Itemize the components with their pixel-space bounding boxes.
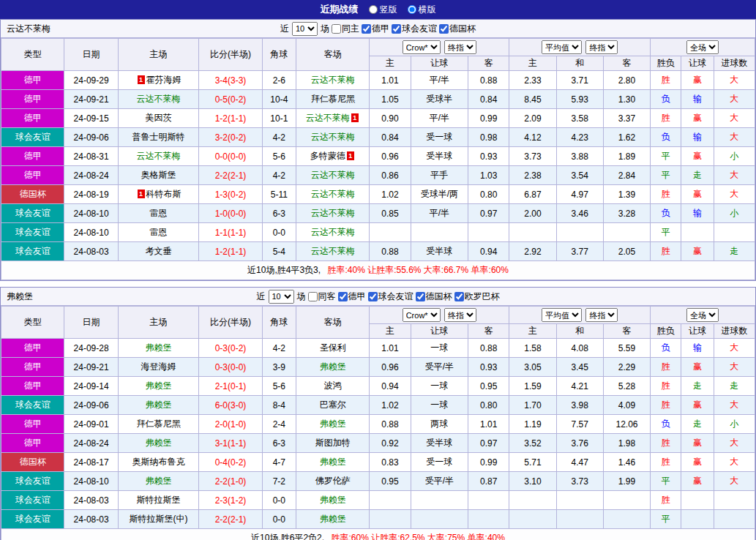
layout-option-horizontal[interactable]: 横版 <box>408 4 436 16</box>
filter-league-1-checkbox[interactable] <box>392 24 401 34</box>
odds-stage-select[interactable]: 终指 <box>444 40 476 54</box>
opponent-team-name[interactable]: 海登海姆 <box>141 361 176 372</box>
opponent-team-name[interactable]: 考文垂 <box>146 246 172 256</box>
filter-league-1[interactable]: 球会友谊 <box>392 23 437 35</box>
score-cell[interactable]: 6-0(3-0) <box>199 396 262 415</box>
opponent-team-name[interactable]: 奥格斯堡 <box>141 170 176 180</box>
opponent-team-name[interactable]: 普鲁士明斯特 <box>132 132 185 142</box>
opponent-team-name[interactable]: 波鸿 <box>324 380 342 391</box>
score-cell[interactable]: 3-2(0-2) <box>199 128 262 147</box>
score-cell[interactable]: 1-2(1-1) <box>199 242 262 261</box>
score-cell[interactable]: 0-5(0-2) <box>199 90 262 109</box>
focus-team-name[interactable]: 云达不莱梅 <box>311 227 355 237</box>
focus-team-name[interactable]: 云达不莱梅 <box>311 75 355 85</box>
score-cell[interactable]: 2-3(1-2) <box>199 491 262 510</box>
score-cell[interactable]: 3-1(1-1) <box>199 434 262 453</box>
filter-league-2-checkbox[interactable] <box>439 24 449 34</box>
scope-select[interactable]: 全场 <box>686 40 719 54</box>
corner-cell: 2-6 <box>262 71 296 90</box>
focus-team-name[interactable]: 弗赖堡 <box>320 419 346 429</box>
avg-stage-select[interactable]: 终指 <box>585 308 618 322</box>
filter-same-side-checkbox[interactable] <box>308 292 318 301</box>
score-cell[interactable]: 1-2(1-1) <box>199 109 262 128</box>
filter-league-2[interactable]: 德国杯 <box>439 23 476 35</box>
opponent-team-name[interactable]: 拜仁慕尼黑 <box>137 419 181 429</box>
filter-same-side-checkbox[interactable] <box>332 24 341 34</box>
avg-source-select[interactable]: 平均值 <box>542 308 582 322</box>
score-cell[interactable]: 1-1(1-1) <box>199 223 262 242</box>
focus-team-name[interactable]: 弗赖堡 <box>320 457 346 467</box>
focus-team-name[interactable]: 弗赖堡 <box>320 514 346 524</box>
score-cell[interactable]: 2-2(2-1) <box>199 510 262 529</box>
filter-league-2-checkbox[interactable] <box>416 292 425 301</box>
focus-team-name[interactable]: 弗赖堡 <box>146 400 172 410</box>
focus-team-name[interactable]: 云达不莱梅 <box>311 132 355 142</box>
result-goals-cell: 大 <box>714 453 755 472</box>
filter-same-side[interactable]: 同主 <box>332 23 359 35</box>
opponent-team-name[interactable]: 雷恩 <box>150 227 168 237</box>
filter-league-0-checkbox[interactable] <box>362 24 371 34</box>
score-cell[interactable]: 3-4(3-3) <box>199 71 262 90</box>
scope-select[interactable]: 全场 <box>686 308 719 322</box>
opponent-team-name[interactable]: 圣保利 <box>320 342 346 353</box>
focus-team-name[interactable]: 弗赖堡 <box>146 438 172 448</box>
focus-team-name[interactable]: 弗赖堡 <box>320 495 346 505</box>
layout-option-vertical[interactable]: 竖版 <box>369 4 397 16</box>
score-cell[interactable]: 1-0(0-0) <box>199 204 262 223</box>
focus-team-name[interactable]: 弗赖堡 <box>146 476 172 486</box>
avg-stage-select[interactable]: 终指 <box>585 40 618 54</box>
recent-count-select[interactable]: 10 <box>292 22 318 36</box>
filter-league-3[interactable]: 欧罗巴杯 <box>454 290 500 303</box>
result-handicap-cell: 输 <box>681 90 714 109</box>
focus-team-name[interactable]: 弗赖堡 <box>146 342 172 353</box>
score-cell[interactable]: 2-2(1-0) <box>199 472 262 491</box>
opponent-team-name[interactable]: 斯特拉斯堡 <box>137 495 181 505</box>
focus-team-name[interactable]: 云达不莱梅 <box>311 170 355 180</box>
filter-same-side[interactable]: 同客 <box>308 290 336 303</box>
filter-league-1-checkbox[interactable] <box>368 292 378 301</box>
avg-source-select[interactable]: 平均值 <box>542 40 582 54</box>
opponent-team-name[interactable]: 佛罗伦萨 <box>315 476 351 486</box>
date-cell: 24-08-10 <box>64 223 118 242</box>
odds-handicap-cell: 受球半 <box>411 90 468 109</box>
odds-source-select[interactable]: Crow* <box>403 40 441 54</box>
recent-count-select[interactable]: 10 <box>269 290 294 304</box>
filter-league-3-checkbox[interactable] <box>454 292 464 301</box>
odds-stage-select[interactable]: 终指 <box>444 308 476 322</box>
focus-team-name[interactable]: 云达不莱梅 <box>137 94 181 104</box>
opponent-team-name[interactable]: 美因茨 <box>146 113 172 123</box>
filter-league-1[interactable]: 球会友谊 <box>368 290 413 303</box>
score-cell[interactable]: 0-4(0-2) <box>199 453 262 472</box>
opponent-team-name[interactable]: 奥斯纳布鲁克 <box>132 457 185 467</box>
filter-league-2[interactable]: 德国杯 <box>416 290 452 303</box>
opponent-team-name[interactable]: 科特布斯 <box>146 189 181 199</box>
odds-source-select[interactable]: Crow* <box>403 308 441 322</box>
focus-team-name[interactable]: 云达不莱梅 <box>311 246 355 256</box>
horizontal-layout-radio[interactable] <box>408 5 416 14</box>
vertical-layout-radio[interactable] <box>369 5 378 14</box>
score-cell[interactable]: 1-3(0-2) <box>199 185 262 204</box>
opponent-team-name[interactable]: 斯特拉斯堡(中) <box>130 514 188 524</box>
filter-league-0[interactable]: 德甲 <box>338 290 366 303</box>
focus-team-name[interactable]: 弗赖堡 <box>320 361 346 372</box>
odds-home-cell: 1.01 <box>370 339 411 358</box>
score-cell[interactable]: 0-3(0-2) <box>199 339 262 358</box>
opponent-team-name[interactable]: 巴塞尔 <box>320 400 346 410</box>
score-cell[interactable]: 2-1(0-1) <box>199 377 262 396</box>
focus-team-name[interactable]: 云达不莱梅 <box>306 113 350 123</box>
opponent-team-name[interactable]: 雷恩 <box>150 208 168 218</box>
filter-league-0-checkbox[interactable] <box>338 292 348 301</box>
score-cell[interactable]: 0-0(0-0) <box>199 147 262 166</box>
focus-team-name[interactable]: 云达不莱梅 <box>311 208 355 218</box>
opponent-team-name[interactable]: 斯图加特 <box>315 438 351 448</box>
filter-league-0[interactable]: 德甲 <box>362 23 389 35</box>
opponent-team-name[interactable]: 霍芬海姆 <box>146 75 181 85</box>
focus-team-name[interactable]: 弗赖堡 <box>146 380 172 391</box>
score-cell[interactable]: 2-0(1-0) <box>199 415 262 434</box>
opponent-team-name[interactable]: 多特蒙德 <box>310 151 345 161</box>
score-cell[interactable]: 2-2(2-1) <box>199 166 262 185</box>
focus-team-name[interactable]: 云达不莱梅 <box>137 151 181 161</box>
score-cell[interactable]: 0-3(0-0) <box>199 358 262 377</box>
focus-team-name[interactable]: 云达不莱梅 <box>311 189 355 199</box>
opponent-team-name[interactable]: 拜仁慕尼黑 <box>311 94 355 104</box>
